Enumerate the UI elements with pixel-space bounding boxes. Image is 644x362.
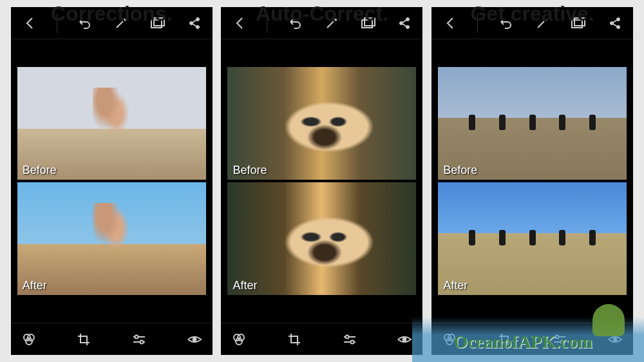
- sliders-icon[interactable]: [130, 330, 148, 348]
- watermark-text: OceanofAPK.com: [454, 332, 592, 352]
- image-content: [93, 203, 131, 267]
- bottom-toolbar: [221, 323, 422, 355]
- eye-icon[interactable]: [395, 330, 413, 348]
- eye-icon[interactable]: [185, 330, 204, 348]
- after-image[interactable]: After: [227, 182, 416, 295]
- android-icon: [592, 304, 625, 336]
- svg-point-10: [193, 338, 196, 341]
- before-label: Before: [23, 164, 57, 177]
- before-image[interactable]: Before: [438, 67, 627, 180]
- before-image[interactable]: Before: [17, 67, 206, 180]
- image-comparison-area: Before After: [11, 39, 213, 323]
- filter-icon[interactable]: [230, 330, 248, 348]
- crop-icon[interactable]: [285, 330, 303, 348]
- after-label: After: [443, 279, 468, 292]
- edit-panel-creative: Get creative. Before After: [431, 7, 633, 355]
- share-icon[interactable]: [606, 14, 624, 32]
- after-label: After: [23, 279, 47, 292]
- edit-panel-corrections: Corrections. Before After: [11, 7, 213, 355]
- before-label: Before: [443, 164, 477, 177]
- before-image[interactable]: Before: [227, 67, 416, 180]
- share-icon[interactable]: [185, 14, 204, 32]
- panel-header: Auto-Correct.: [256, 2, 388, 26]
- image-content: [438, 230, 627, 245]
- svg-point-21: [402, 338, 406, 341]
- crop-icon[interactable]: [75, 330, 93, 348]
- svg-point-19: [345, 335, 348, 338]
- after-image[interactable]: After: [438, 182, 627, 295]
- share-icon[interactable]: [395, 14, 413, 32]
- svg-point-8: [135, 335, 138, 338]
- panel-header: Get creative.: [471, 2, 594, 26]
- svg-point-7: [26, 338, 32, 345]
- image-content: [284, 216, 374, 268]
- back-icon[interactable]: [20, 14, 38, 32]
- image-content: [93, 88, 131, 152]
- image-content: [284, 101, 374, 153]
- back-icon[interactable]: [230, 14, 248, 32]
- image-comparison-area: Before After: [221, 39, 422, 323]
- edit-panel-autocorrect: Auto-Correct. Before After: [221, 7, 422, 355]
- back-icon[interactable]: [440, 14, 459, 32]
- svg-point-9: [140, 340, 144, 343]
- bottom-toolbar: [11, 323, 213, 355]
- image-comparison-area: Before After: [431, 39, 633, 323]
- svg-point-20: [350, 340, 354, 343]
- before-label: Before: [232, 164, 267, 177]
- after-image[interactable]: After: [17, 182, 206, 295]
- filter-icon[interactable]: [20, 330, 38, 348]
- panel-header: Corrections.: [51, 2, 172, 26]
- after-label: After: [232, 279, 257, 292]
- svg-point-18: [236, 338, 242, 345]
- sliders-icon[interactable]: [341, 330, 359, 348]
- image-content: [438, 115, 627, 130]
